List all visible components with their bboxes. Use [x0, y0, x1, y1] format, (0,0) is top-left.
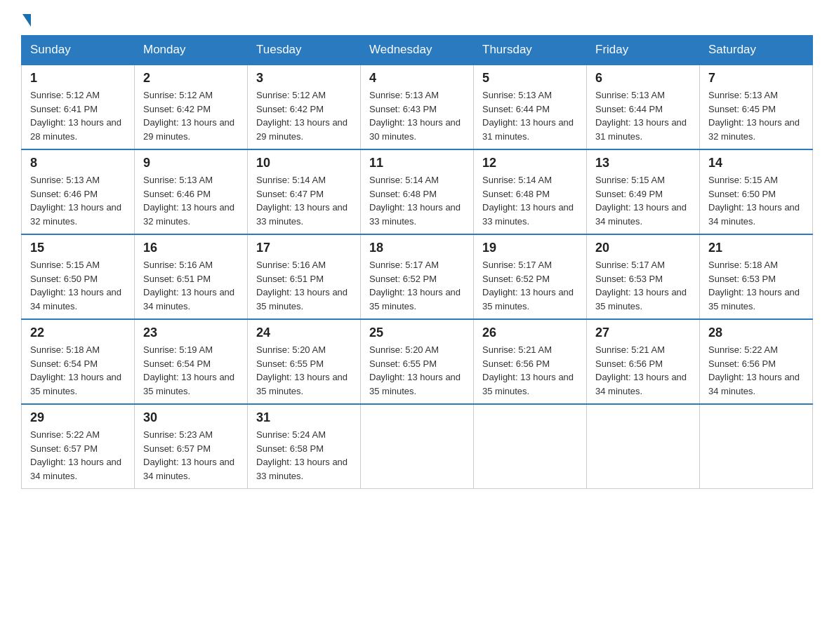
day-number: 23 [143, 326, 239, 340]
day-number: 18 [369, 241, 465, 255]
day-info: Sunrise: 5:13 AMSunset: 6:46 PMDaylight:… [30, 175, 121, 227]
calendar-cell: 14 Sunrise: 5:15 AMSunset: 6:50 PMDaylig… [700, 149, 813, 234]
calendar-cell: 26 Sunrise: 5:21 AMSunset: 6:56 PMDaylig… [474, 319, 587, 404]
calendar-cell: 24 Sunrise: 5:20 AMSunset: 6:55 PMDaylig… [248, 319, 361, 404]
calendar-cell: 12 Sunrise: 5:14 AMSunset: 6:48 PMDaylig… [474, 149, 587, 234]
calendar-cell: 8 Sunrise: 5:13 AMSunset: 6:46 PMDayligh… [22, 149, 135, 234]
day-info: Sunrise: 5:13 AMSunset: 6:43 PMDaylight:… [369, 90, 461, 142]
day-info: Sunrise: 5:13 AMSunset: 6:46 PMDaylight:… [143, 175, 234, 227]
calendar-cell: 20 Sunrise: 5:17 AMSunset: 6:53 PMDaylig… [587, 234, 700, 319]
calendar-week-row: 1 Sunrise: 5:12 AMSunset: 6:41 PMDayligh… [22, 65, 813, 149]
day-info: Sunrise: 5:12 AMSunset: 6:41 PMDaylight:… [30, 90, 121, 142]
calendar-header-row: SundayMondayTuesdayWednesdayThursdayFrid… [22, 36, 813, 65]
calendar-week-row: 15 Sunrise: 5:15 AMSunset: 6:50 PMDaylig… [22, 234, 813, 319]
day-number: 22 [30, 326, 126, 340]
day-info: Sunrise: 5:18 AMSunset: 6:54 PMDaylight:… [30, 344, 121, 396]
day-number: 28 [708, 326, 804, 340]
calendar-cell: 7 Sunrise: 5:13 AMSunset: 6:45 PMDayligh… [700, 65, 813, 149]
calendar-cell: 3 Sunrise: 5:12 AMSunset: 6:42 PMDayligh… [248, 65, 361, 149]
day-info: Sunrise: 5:23 AMSunset: 6:57 PMDaylight:… [143, 429, 234, 481]
calendar-cell: 15 Sunrise: 5:15 AMSunset: 6:50 PMDaylig… [22, 234, 135, 319]
col-header-friday: Friday [587, 36, 700, 65]
day-number: 17 [256, 241, 352, 255]
day-info: Sunrise: 5:16 AMSunset: 6:51 PMDaylight:… [256, 260, 348, 311]
calendar-cell: 30 Sunrise: 5:23 AMSunset: 6:57 PMDaylig… [135, 404, 248, 489]
calendar-cell: 27 Sunrise: 5:21 AMSunset: 6:56 PMDaylig… [587, 319, 700, 404]
day-info: Sunrise: 5:22 AMSunset: 6:56 PMDaylight:… [708, 344, 800, 396]
day-number: 4 [369, 71, 465, 86]
day-info: Sunrise: 5:13 AMSunset: 6:45 PMDaylight:… [708, 90, 800, 142]
page-header [21, 14, 813, 28]
day-info: Sunrise: 5:13 AMSunset: 6:44 PMDaylight:… [482, 90, 574, 142]
calendar-cell: 13 Sunrise: 5:15 AMSunset: 6:49 PMDaylig… [587, 149, 700, 234]
calendar-table: SundayMondayTuesdayWednesdayThursdayFrid… [21, 35, 813, 489]
day-number: 13 [595, 156, 691, 170]
day-number: 14 [708, 156, 804, 170]
calendar-cell: 18 Sunrise: 5:17 AMSunset: 6:52 PMDaylig… [361, 234, 474, 319]
day-info: Sunrise: 5:21 AMSunset: 6:56 PMDaylight:… [482, 344, 574, 396]
logo-triangle-icon [22, 14, 31, 27]
day-number: 20 [595, 241, 691, 255]
calendar-week-row: 8 Sunrise: 5:13 AMSunset: 6:46 PMDayligh… [22, 149, 813, 234]
day-number: 15 [30, 241, 126, 255]
day-info: Sunrise: 5:20 AMSunset: 6:55 PMDaylight:… [369, 344, 461, 396]
day-info: Sunrise: 5:24 AMSunset: 6:58 PMDaylight:… [256, 429, 348, 481]
calendar-cell: 25 Sunrise: 5:20 AMSunset: 6:55 PMDaylig… [361, 319, 474, 404]
calendar-cell: 23 Sunrise: 5:19 AMSunset: 6:54 PMDaylig… [135, 319, 248, 404]
col-header-sunday: Sunday [22, 36, 135, 65]
day-number: 8 [30, 156, 126, 170]
calendar-week-row: 22 Sunrise: 5:18 AMSunset: 6:54 PMDaylig… [22, 319, 813, 404]
day-number: 25 [369, 326, 465, 340]
day-number: 12 [482, 156, 578, 170]
day-info: Sunrise: 5:16 AMSunset: 6:51 PMDaylight:… [143, 260, 234, 311]
day-info: Sunrise: 5:12 AMSunset: 6:42 PMDaylight:… [143, 90, 234, 142]
col-header-saturday: Saturday [700, 36, 813, 65]
calendar-cell: 21 Sunrise: 5:18 AMSunset: 6:53 PMDaylig… [700, 234, 813, 319]
col-header-wednesday: Wednesday [361, 36, 474, 65]
calendar-cell: 17 Sunrise: 5:16 AMSunset: 6:51 PMDaylig… [248, 234, 361, 319]
day-number: 30 [143, 410, 239, 425]
day-number: 24 [256, 326, 352, 340]
calendar-cell: 29 Sunrise: 5:22 AMSunset: 6:57 PMDaylig… [22, 404, 135, 489]
calendar-cell: 16 Sunrise: 5:16 AMSunset: 6:51 PMDaylig… [135, 234, 248, 319]
day-number: 31 [256, 410, 352, 425]
calendar-cell: 22 Sunrise: 5:18 AMSunset: 6:54 PMDaylig… [22, 319, 135, 404]
calendar-cell: 11 Sunrise: 5:14 AMSunset: 6:48 PMDaylig… [361, 149, 474, 234]
calendar-cell: 10 Sunrise: 5:14 AMSunset: 6:47 PMDaylig… [248, 149, 361, 234]
day-info: Sunrise: 5:15 AMSunset: 6:50 PMDaylight:… [30, 260, 121, 311]
day-number: 21 [708, 241, 804, 255]
day-info: Sunrise: 5:18 AMSunset: 6:53 PMDaylight:… [708, 260, 800, 311]
day-info: Sunrise: 5:17 AMSunset: 6:53 PMDaylight:… [595, 260, 687, 311]
calendar-week-row: 29 Sunrise: 5:22 AMSunset: 6:57 PMDaylig… [22, 404, 813, 489]
day-number: 19 [482, 241, 578, 255]
calendar-cell: 19 Sunrise: 5:17 AMSunset: 6:52 PMDaylig… [474, 234, 587, 319]
day-info: Sunrise: 5:21 AMSunset: 6:56 PMDaylight:… [595, 344, 687, 396]
day-number: 10 [256, 156, 352, 170]
calendar-cell [587, 404, 700, 489]
day-number: 3 [256, 71, 352, 86]
calendar-cell [361, 404, 474, 489]
day-number: 5 [482, 71, 578, 86]
calendar-cell: 1 Sunrise: 5:12 AMSunset: 6:41 PMDayligh… [22, 65, 135, 149]
day-info: Sunrise: 5:14 AMSunset: 6:48 PMDaylight:… [482, 175, 574, 227]
calendar-cell: 4 Sunrise: 5:13 AMSunset: 6:43 PMDayligh… [361, 65, 474, 149]
day-info: Sunrise: 5:12 AMSunset: 6:42 PMDaylight:… [256, 90, 348, 142]
day-info: Sunrise: 5:19 AMSunset: 6:54 PMDaylight:… [143, 344, 234, 396]
day-number: 26 [482, 326, 578, 340]
calendar-cell: 31 Sunrise: 5:24 AMSunset: 6:58 PMDaylig… [248, 404, 361, 489]
day-info: Sunrise: 5:20 AMSunset: 6:55 PMDaylight:… [256, 344, 348, 396]
day-number: 16 [143, 241, 239, 255]
day-number: 2 [143, 71, 239, 86]
calendar-cell: 5 Sunrise: 5:13 AMSunset: 6:44 PMDayligh… [474, 65, 587, 149]
day-number: 1 [30, 71, 126, 86]
calendar-cell [700, 404, 813, 489]
day-info: Sunrise: 5:15 AMSunset: 6:49 PMDaylight:… [595, 175, 687, 227]
day-info: Sunrise: 5:17 AMSunset: 6:52 PMDaylight:… [482, 260, 574, 311]
calendar-cell: 28 Sunrise: 5:22 AMSunset: 6:56 PMDaylig… [700, 319, 813, 404]
day-info: Sunrise: 5:13 AMSunset: 6:44 PMDaylight:… [595, 90, 687, 142]
day-number: 29 [30, 410, 126, 425]
col-header-thursday: Thursday [474, 36, 587, 65]
calendar-cell [474, 404, 587, 489]
day-number: 6 [595, 71, 691, 86]
day-info: Sunrise: 5:17 AMSunset: 6:52 PMDaylight:… [369, 260, 461, 311]
